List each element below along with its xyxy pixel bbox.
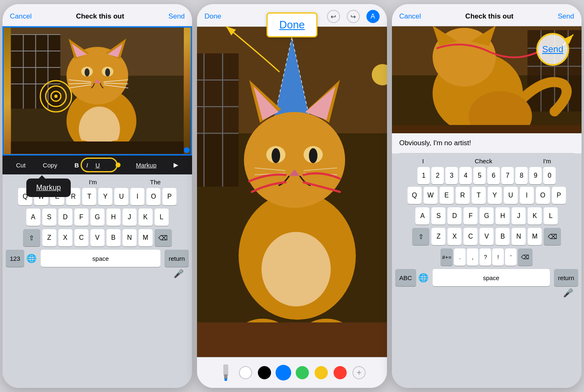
key-space[interactable]: space	[41, 250, 160, 267]
key-j[interactable]: J	[123, 209, 137, 226]
key-s[interactable]: S	[42, 209, 56, 226]
p3-key-p[interactable]: P	[552, 187, 566, 204]
color-blue[interactable]	[277, 366, 290, 379]
p3-key-c[interactable]: C	[463, 228, 477, 245]
p3-key-l[interactable]: L	[544, 207, 558, 225]
p3-key-t[interactable]: T	[472, 187, 486, 204]
send-button-3[interactable]: Send	[558, 12, 574, 21]
key-6[interactable]: 6	[487, 167, 500, 184]
key-d[interactable]: D	[58, 209, 72, 226]
p3-key-question[interactable]: ?	[480, 248, 491, 266]
undo-button[interactable]: ↩	[327, 10, 340, 23]
key-5[interactable]: 5	[473, 167, 486, 184]
p3-key-a[interactable]: A	[415, 207, 429, 225]
key-9[interactable]: 9	[529, 167, 542, 184]
markup-button[interactable]: Markup	[133, 160, 160, 170]
p3-key-hash[interactable]: #+=	[440, 248, 453, 266]
color-yellow[interactable]	[315, 366, 328, 379]
p3-key-g[interactable]: G	[480, 207, 494, 225]
color-black[interactable]	[258, 366, 271, 379]
p3-key-u[interactable]: U	[504, 187, 518, 204]
key-shift[interactable]: ⇧	[23, 229, 40, 246]
suggestion-3-3[interactable]: I'm	[543, 158, 552, 165]
p3-key-k[interactable]: K	[528, 207, 542, 225]
key-a[interactable]: A	[26, 209, 40, 226]
p3-key-dot[interactable]: .	[454, 248, 466, 266]
key-return[interactable]: return	[165, 250, 189, 267]
p3-key-m[interactable]: M	[528, 228, 542, 245]
cut-button[interactable]: Cut	[13, 160, 29, 170]
key-0[interactable]: 0	[543, 167, 556, 184]
p3-globe-icon[interactable]: 🌐	[418, 273, 429, 283]
more-button[interactable]: ▶	[170, 160, 182, 170]
key-t[interactable]: T	[82, 188, 96, 205]
p3-key-b[interactable]: B	[496, 228, 510, 245]
key-n[interactable]: N	[123, 229, 137, 246]
underline-button[interactable]: U	[92, 160, 103, 170]
p3-key-abc[interactable]: ABC	[395, 269, 416, 286]
copy-button[interactable]: Copy	[39, 160, 60, 170]
marker-tool-button[interactable]	[218, 362, 233, 383]
p3-key-n[interactable]: N	[512, 228, 526, 245]
p3-key-x[interactable]: X	[447, 228, 461, 245]
suggestion-3-2[interactable]: Check	[475, 158, 492, 165]
p3-key-j[interactable]: J	[512, 207, 526, 225]
p3-key-delete[interactable]: ⌫	[544, 228, 561, 245]
p3-key-w[interactable]: W	[424, 187, 438, 204]
p3-key-shift[interactable]: ⇧	[412, 228, 429, 245]
cancel-button[interactable]: Cancel	[10, 12, 32, 21]
p3-key-d[interactable]: D	[447, 207, 461, 225]
p3-key-s[interactable]: S	[431, 207, 445, 225]
key-c[interactable]: C	[74, 229, 88, 246]
key-7[interactable]: 7	[501, 167, 514, 184]
italic-button[interactable]: I	[83, 160, 91, 170]
key-h[interactable]: H	[107, 209, 121, 226]
p3-microphone-icon[interactable]: 🎤	[563, 288, 573, 298]
p3-key-q[interactable]: Q	[408, 187, 422, 204]
key-2[interactable]: 2	[431, 167, 444, 184]
p3-key-h[interactable]: H	[496, 207, 510, 225]
p3-key-delete2[interactable]: ⌫	[518, 248, 533, 266]
p3-key-exclaim[interactable]: !	[492, 248, 504, 266]
suggestion-3[interactable]: The	[150, 179, 161, 186]
bold-button[interactable]: B	[71, 160, 82, 170]
send-button[interactable]: Send	[169, 12, 185, 21]
p3-key-i[interactable]: I	[520, 187, 534, 204]
color-white[interactable]	[239, 366, 252, 379]
key-numbers[interactable]: 123	[6, 250, 24, 267]
cancel-button-3[interactable]: Cancel	[399, 12, 421, 21]
color-red[interactable]	[334, 366, 347, 379]
microphone-icon[interactable]: 🎤	[174, 269, 184, 278]
key-v[interactable]: V	[90, 229, 104, 246]
key-m[interactable]: M	[139, 229, 153, 246]
p3-key-z[interactable]: Z	[431, 228, 445, 245]
key-4[interactable]: 4	[459, 167, 472, 184]
key-k[interactable]: K	[139, 209, 153, 226]
globe-icon[interactable]: 🌐	[26, 253, 37, 263]
p3-key-e[interactable]: E	[440, 187, 454, 204]
key-l[interactable]: L	[155, 209, 169, 226]
key-x[interactable]: X	[58, 229, 72, 246]
key-delete[interactable]: ⌫	[155, 229, 172, 246]
key-g[interactable]: G	[90, 209, 104, 226]
redo-button[interactable]: ↪	[347, 10, 360, 23]
key-o[interactable]: O	[146, 188, 160, 205]
p3-key-return[interactable]: return	[554, 269, 578, 286]
key-p[interactable]: P	[162, 188, 176, 205]
p3-key-o[interactable]: O	[536, 187, 550, 204]
p3-key-space[interactable]: space	[433, 269, 550, 286]
p3-key-r[interactable]: R	[456, 187, 470, 204]
p3-key-v[interactable]: V	[480, 228, 494, 245]
key-1[interactable]: 1	[417, 167, 430, 184]
color-green[interactable]	[296, 366, 309, 379]
key-f[interactable]: F	[74, 209, 88, 226]
suggestion-3-1[interactable]: I	[422, 158, 424, 165]
key-8[interactable]: 8	[515, 167, 528, 184]
add-color-button[interactable]: +	[352, 366, 366, 379]
key-i[interactable]: I	[130, 188, 144, 205]
p3-key-apos[interactable]: '	[505, 248, 517, 266]
p3-key-comma[interactable]: ,	[467, 248, 478, 266]
key-z[interactable]: Z	[42, 229, 56, 246]
suggestion-2[interactable]: I'm	[89, 179, 97, 186]
p3-key-f[interactable]: F	[463, 207, 477, 225]
